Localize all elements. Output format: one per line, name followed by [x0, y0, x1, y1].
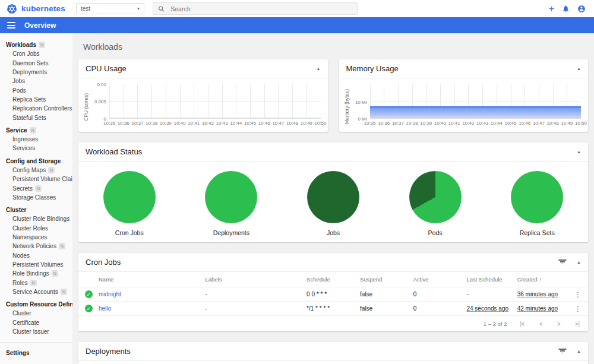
- cpu-usage-card: CPU Usage ▲ CPU (cores) 0.010.0050 10:35…: [78, 59, 328, 132]
- sidebar-item[interactable]: Workloads N: [0, 40, 72, 49]
- row-menu-button[interactable]: ⋮: [568, 305, 588, 313]
- sidebar-item[interactable]: Service Accounts N: [0, 287, 72, 296]
- resource-name-link[interactable]: hello: [99, 305, 206, 312]
- search-input[interactable]: [170, 5, 352, 12]
- sidebar-item[interactable]: Replica Sets: [0, 95, 72, 104]
- created-cell: 36 minutes ago: [517, 291, 568, 297]
- column-header-sorted[interactable]: Created↑: [517, 276, 568, 283]
- sidebar-item[interactable]: Network Policies N: [0, 242, 72, 251]
- filter-icon[interactable]: [558, 349, 566, 354]
- sidebar-nav: Workloads N Cron Jobs Daemon Sets Deploy…: [0, 33, 72, 364]
- sidebar-item[interactable]: Replication Controllers: [0, 104, 72, 113]
- collapse-button[interactable]: ▲: [577, 67, 581, 71]
- kubernetes-brand[interactable]: kubernetes: [6, 3, 76, 15]
- sort-ascending-icon: ↑: [539, 277, 542, 283]
- plot-area: [109, 84, 321, 119]
- pie-label: Deployments: [213, 229, 249, 236]
- gridline: [307, 84, 307, 118]
- gridline: [278, 84, 279, 118]
- sidebar-item[interactable]: Persistent Volume Claims N: [0, 175, 72, 183]
- x-tick-label: 10:38: [406, 121, 418, 126]
- sidebar-item[interactable]: Cluster Roles: [0, 224, 72, 233]
- collapse-button[interactable]: ▲: [317, 67, 321, 71]
- sidebar-item[interactable]: Settings: [0, 349, 72, 357]
- sidebar-item[interactable]: Custom Resource Definitions: [0, 300, 72, 309]
- sidebar-item[interactable]: Cluster: [0, 309, 72, 318]
- sidebar-item-label: Pods: [12, 87, 26, 94]
- gridline: [264, 84, 265, 118]
- sidebar-item-label: Cluster Role Bindings: [12, 216, 69, 222]
- created-cell: 42 minutes ago: [517, 305, 568, 312]
- sidebar-item[interactable]: Cluster Role Bindings: [0, 214, 72, 223]
- sidebar-item[interactable]: Cluster: [0, 205, 72, 214]
- column-header[interactable]: Labels: [206, 276, 307, 283]
- cron-jobs-table-body: ✓ midnight - 0 0 * * * false 0 - 36 minu…: [78, 287, 588, 316]
- bell-icon: [562, 5, 570, 12]
- sidebar-item[interactable]: Daemon Sets: [0, 59, 72, 68]
- search-bar[interactable]: [153, 2, 358, 15]
- sidebar-item[interactable]: Secrets N: [0, 183, 72, 192]
- last-page-button[interactable]: >|: [575, 321, 580, 327]
- pie-chart: [307, 171, 359, 223]
- x-tick-label: 10:36: [118, 121, 129, 126]
- sidebar-item[interactable]: Service N: [0, 126, 72, 135]
- sidebar-item[interactable]: Jobs: [0, 77, 72, 86]
- gridline: [137, 84, 138, 118]
- resource-name-link[interactable]: midnight: [99, 291, 206, 297]
- sidebar-item[interactable]: Pods: [0, 86, 72, 94]
- column-header[interactable]: Schedule: [307, 276, 360, 283]
- sidebar-item[interactable]: Config and Storage: [0, 157, 72, 166]
- gridline: [250, 84, 251, 118]
- pie-chart: [511, 171, 563, 223]
- column-header[interactable]: Suspend: [360, 276, 413, 283]
- new-badge: N: [35, 185, 42, 192]
- namespace-selector[interactable]: test ▾: [76, 3, 144, 14]
- workload-status-pie: Cron Jobs: [78, 171, 181, 236]
- sidebar-item[interactable]: Nodes: [0, 251, 72, 260]
- sidebar-item[interactable]: Role Bindings N: [0, 269, 72, 278]
- collapse-button[interactable]: ▲: [577, 150, 581, 154]
- gridline: [208, 84, 208, 118]
- column-header[interactable]: Active: [413, 276, 467, 283]
- profile-button[interactable]: [577, 5, 586, 13]
- column-header[interactable]: Name: [99, 276, 206, 283]
- sidebar-item-label: Cluster: [12, 310, 31, 316]
- row-menu-button[interactable]: ⋮: [568, 290, 588, 299]
- sidebar-item[interactable]: Roles N: [0, 278, 72, 287]
- gridline: [166, 84, 166, 118]
- sidebar-item[interactable]: Config Maps N: [0, 166, 72, 175]
- namespace-value: test: [81, 5, 90, 12]
- column-header[interactable]: Last Schedule: [466, 276, 517, 283]
- x-tick-label: 10:36: [378, 121, 390, 126]
- create-resource-button[interactable]: +: [549, 5, 554, 13]
- sidebar-item-label: Secrets: [12, 185, 33, 192]
- sidebar-item[interactable]: Certificate: [0, 318, 72, 327]
- sidebar-item[interactable]: Ingresses: [0, 135, 72, 144]
- collapse-button[interactable]: ▲: [577, 260, 581, 264]
- pie-label: Pods: [428, 229, 443, 236]
- sidebar-item[interactable]: Deployments: [0, 68, 72, 77]
- collapse-button[interactable]: ▲: [577, 349, 581, 353]
- sidebar-item[interactable]: Storage Classes: [0, 193, 72, 202]
- next-page-button[interactable]: >: [557, 321, 561, 327]
- sidebar-item[interactable]: Cron Jobs: [0, 49, 72, 58]
- plot-area: [370, 84, 582, 119]
- sidebar-item[interactable]: Persistent Volumes: [0, 260, 72, 269]
- sidebar-item[interactable]: Cluster Issuer: [0, 327, 72, 336]
- x-tick-label: 10:44: [491, 121, 503, 126]
- notifications-button[interactable]: [562, 5, 570, 12]
- sidebar-item-label: Service: [6, 127, 27, 134]
- menu-button[interactable]: [7, 22, 15, 29]
- filter-icon[interactable]: [558, 259, 566, 265]
- sidebar-item[interactable]: Services: [0, 144, 72, 153]
- last-schedule-cell: 24 seconds ago: [466, 305, 517, 312]
- sidebar-item[interactable]: Stateful Sets: [0, 113, 72, 122]
- sidebar-item-label: Certificate: [12, 319, 39, 326]
- x-tick-label: 10:48: [286, 121, 298, 126]
- workload-status-pie: Replica Sets: [486, 171, 588, 236]
- first-page-button[interactable]: |<: [520, 321, 525, 327]
- previous-page-button[interactable]: <: [539, 321, 543, 327]
- sidebar-item[interactable]: Namespaces: [0, 233, 72, 242]
- app-bar: Overview: [0, 17, 594, 33]
- memory-usage-card: Memory Usage ▲ Memory (bytes) 10 Mi0 Mi …: [339, 59, 589, 132]
